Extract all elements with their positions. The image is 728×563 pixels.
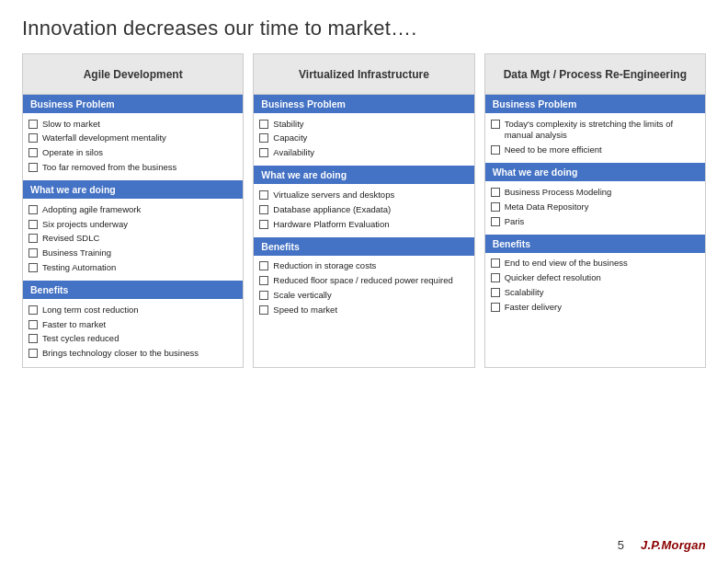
- section-header-1-2: Benefits: [254, 237, 473, 256]
- columns-wrapper: Agile DevelopmentBusiness ProblemSlow to…: [22, 53, 706, 368]
- bullet-icon: [28, 334, 38, 343]
- list-item: Testing Automation: [28, 261, 237, 276]
- section-items-1-2: Reduction in storage costsReduced floor …: [254, 256, 473, 323]
- item-text: Meta Data Repository: [505, 201, 589, 213]
- list-item: Business Process Modeling: [491, 185, 700, 200]
- section-items-1-1: Virtualize servers and desktopsDatabase …: [254, 184, 473, 236]
- section-items-2-1: Business Process ModelingMeta Data Repos…: [485, 181, 705, 234]
- list-item: Long term cost reduction: [28, 303, 237, 317]
- list-item: Database appliance (Exadata): [259, 202, 468, 217]
- item-text: Revised SDLC: [42, 233, 99, 245]
- bullet-icon: [28, 148, 38, 157]
- section-header-2-0: Business Problem: [485, 95, 705, 113]
- list-item: Hardware Platform Evaluation: [259, 217, 468, 232]
- item-text: Capacity: [273, 132, 307, 144]
- bullet-icon: [491, 145, 500, 155]
- bullet-icon: [491, 273, 500, 282]
- list-item: Scale vertically: [259, 289, 468, 304]
- bullet-icon: [491, 303, 500, 312]
- list-item: Reduced floor space / reduced power requ…: [259, 274, 468, 289]
- item-text: Reduced floor space / reduced power requ…: [273, 275, 452, 287]
- bullet-icon: [259, 190, 268, 200]
- section-header-1-1: What we are doing: [254, 166, 473, 184]
- item-text: Quicker defect resolution: [505, 272, 601, 284]
- item-text: Paris: [505, 216, 525, 228]
- bullet-icon: [259, 276, 268, 285]
- list-item: Six projects underway: [28, 217, 237, 232]
- item-text: Faster delivery: [505, 302, 562, 314]
- bullet-icon: [28, 263, 38, 272]
- bullet-icon: [491, 288, 500, 297]
- list-item: Meta Data Repository: [491, 200, 700, 214]
- list-item: Adopting agile framework: [28, 202, 237, 217]
- section-header-0-2: Benefits: [23, 281, 243, 299]
- bullet-icon: [491, 120, 500, 129]
- bullet-icon: [491, 259, 500, 268]
- item-text: Operate in silos: [42, 147, 103, 159]
- page-number: 5: [618, 538, 624, 552]
- bullet-icon: [259, 205, 268, 214]
- column-body-2: Business ProblemToday's complexity is st…: [485, 95, 705, 320]
- list-item: Scalability: [491, 286, 700, 301]
- column-header-0: Agile Development: [23, 54, 243, 95]
- list-item: Paris: [491, 214, 700, 229]
- bullet-icon: [259, 133, 268, 143]
- list-item: Need to be more efficient: [491, 144, 700, 158]
- list-item: Stability: [259, 117, 468, 132]
- item-text: Brings technology closer to the business: [42, 348, 199, 360]
- list-item: Revised SDLC: [28, 232, 237, 247]
- item-text: Database appliance (Exadata): [273, 204, 391, 216]
- item-text: Six projects underway: [42, 219, 128, 231]
- bullet-icon: [28, 205, 38, 214]
- bullet-icon: [28, 320, 38, 329]
- section-items-0-1: Adopting agile frameworkSix projects und…: [23, 199, 243, 281]
- item-text: Virtualize servers and desktops: [273, 190, 394, 201]
- item-text: Hardware Platform Evaluation: [273, 219, 389, 231]
- logo-text: J.P.Morgan: [641, 538, 706, 552]
- item-text: Stability: [273, 119, 303, 131]
- bullet-icon: [28, 305, 38, 315]
- item-text: Today's complexity is stretching the lim…: [505, 119, 700, 143]
- page-title: Innovation decreases our time to market……: [22, 17, 706, 40]
- list-item: Reduction in storage costs: [259, 259, 468, 274]
- list-item: Capacity: [259, 132, 468, 146]
- list-item: Faster to market: [28, 317, 237, 332]
- section-items-2-0: Today's complexity is stretching the lim…: [485, 113, 705, 163]
- item-text: Need to be more efficient: [505, 144, 602, 156]
- column-0: Agile DevelopmentBusiness ProblemSlow to…: [22, 53, 244, 368]
- list-item: Test cycles reduced: [28, 332, 237, 347]
- list-item: Business Training: [28, 247, 237, 261]
- item-text: Faster to market: [42, 319, 106, 331]
- section-items-2-2: End to end view of the businessQuicker d…: [485, 253, 705, 320]
- section-header-2-1: What we are doing: [485, 163, 705, 181]
- bullet-icon: [491, 188, 500, 197]
- bullet-icon: [259, 261, 268, 270]
- bullet-icon: [259, 120, 268, 129]
- item-text: Test cycles reduced: [42, 333, 119, 345]
- column-body-1: Business ProblemStabilityCapacityAvailab…: [254, 95, 473, 323]
- section-header-2-2: Benefits: [485, 235, 705, 253]
- bullet-icon: [259, 291, 268, 300]
- jpmorgan-logo: J.P.Morgan: [641, 538, 706, 552]
- bullet-icon: [28, 234, 38, 243]
- bullet-icon: [28, 163, 38, 172]
- list-item: Quicker defect resolution: [491, 271, 700, 286]
- list-item: Faster delivery: [491, 300, 700, 315]
- item-text: Long term cost reduction: [42, 304, 139, 316]
- item-text: Reduction in storage costs: [273, 260, 376, 272]
- section-items-0-2: Long term cost reductionFaster to market…: [23, 299, 243, 366]
- section-header-1-0: Business Problem: [254, 95, 473, 113]
- item-text: Adopting agile framework: [42, 204, 141, 216]
- item-text: Availability: [273, 147, 314, 159]
- section-items-0-0: Slow to marketWaterfall development ment…: [23, 113, 243, 180]
- list-item: Virtualize servers and desktops: [259, 188, 468, 202]
- column-body-0: Business ProblemSlow to marketWaterfall …: [23, 95, 243, 367]
- bullet-icon: [491, 202, 500, 212]
- item-text: Testing Automation: [42, 262, 116, 274]
- bullet-icon: [28, 349, 38, 358]
- column-header-1: Virtualized Infrastructure: [254, 54, 473, 95]
- list-item: Availability: [259, 146, 468, 161]
- item-text: Business Process Modeling: [505, 187, 612, 199]
- bullet-icon: [259, 220, 268, 229]
- item-text: Speed to market: [273, 304, 337, 316]
